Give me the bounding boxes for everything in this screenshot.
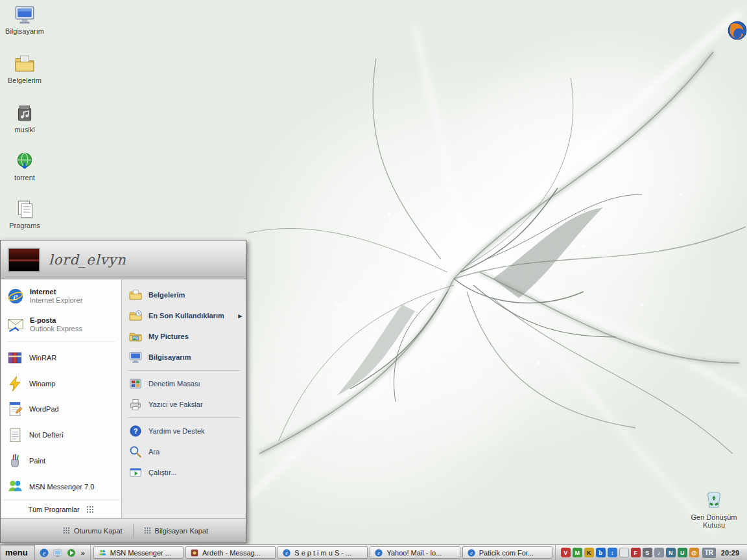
menu-item-my-pictures[interactable]: My Pictures [122,326,246,347]
quick-launch: e » [35,545,91,560]
start-button[interactable]: menu [0,545,35,560]
menu-item-label: WordPad [29,405,59,413]
log-off-label: Oturumu Kapat [74,527,123,535]
menu-item-paint[interactable]: Paint [2,448,120,474]
menu-item-msn-messenger[interactable]: MSN Messenger 7.0 [2,474,120,500]
all-programs-label: Tüm Programlar [28,506,79,513]
svg-text:e: e [378,550,381,556]
menu-item-label: En Son Kullandıklarım [148,312,224,320]
display-settings-tray-icon[interactable] [619,548,629,557]
chevron-right-icon[interactable]: » [80,549,86,557]
shut-down-icon [144,527,151,534]
all-programs-button[interactable]: Tüm Programlar [2,500,120,518]
media-player-quicklaunch-icon[interactable] [66,548,77,558]
task-button-label: MSN Messenger ... [110,549,171,557]
menu-item-label: Winamp [29,380,55,388]
menu-item-label: Bilgisayarım [148,353,191,361]
show-desktop-icon[interactable] [53,548,63,558]
task-button-msn-messenger[interactable]: MSN Messenger ... [93,546,184,559]
menu-item-run[interactable]: Çalıştır... [122,462,246,483]
ie-quicklaunch-icon[interactable]: e [39,548,49,558]
svg-text:e: e [13,291,18,302]
music-folder-icon [14,102,36,124]
desktop-icon-torrent[interactable]: torrent [3,150,47,181]
desktop-icon-label: torrent [3,174,47,181]
menu-item-recent-documents[interactable]: En Son Kullandıklarım ▸ [122,305,246,326]
pictures-folder-icon [128,329,143,344]
desktop-icon-label: Bilgisayarım [3,27,47,35]
volume-tray-icon[interactable]: ♪ [654,548,664,557]
updown-arrows-tray-icon[interactable]: ↕ [608,548,617,557]
menu-item-sublabel: Outlook Express [30,325,82,332]
messenger-tray-icon[interactable]: M [573,548,582,557]
start-menu-right-pane: Belgelerim En Son Kullandıklarım ▸ [121,279,246,518]
task-button-yahoo-mail[interactable]: e Yahoo! Mail - lo... [370,546,460,559]
keyboard-tray-icon[interactable]: K [584,548,594,557]
desktop-icon-programs[interactable]: Programs [3,198,47,229]
antivirus-tray-icon[interactable]: V [561,548,571,557]
menu-item-email[interactable]: E-posta Outlook Express [2,310,120,339]
start-button-label: menu [5,548,28,557]
dots-grid-icon [86,506,94,513]
menu-item-wordpad[interactable]: WordPad [2,397,120,423]
language-indicator[interactable]: TR [702,548,716,558]
desktop: Bilgisayarım Belgelerim musiki torrent [0,0,747,560]
paint-icon [6,452,24,470]
task-button-paticik[interactable]: e Paticik.com For... [462,546,552,559]
menu-item-help-support[interactable]: ? Yardım ve Destek [122,421,246,441]
mail-notify-tray-icon[interactable]: @ [689,548,699,557]
my-computer-icon [14,4,36,26]
task-button-label: Yahoo! Mail - lo... [386,549,442,557]
menu-item-label: MSN Messenger 7.0 [29,483,94,491]
task-button-ardeth[interactable]: Ardeth - Messag... [185,546,276,559]
firewall-tray-icon[interactable]: F [631,548,641,557]
menu-item-winamp[interactable]: Winamp [2,371,120,397]
run-icon [128,465,143,480]
recent-documents-icon [128,309,143,323]
help-icon: ? [128,424,143,438]
ie-task-icon: e [467,548,476,557]
menu-item-printers-faxes[interactable]: Yazıcı ve Fakslar [122,394,246,415]
search-icon [128,445,143,459]
ie-task-icon: e [282,548,291,557]
desktop-icon-my-computer[interactable]: Bilgisayarım [3,4,47,35]
start-menu-footer: Oturumu Kapat Bilgisayarı Kapat [1,518,246,542]
desktop-icon-my-documents[interactable]: Belgelerim [3,53,47,84]
taskbar-clock[interactable]: 20:29 [721,549,739,557]
torrent-client-tray-icon[interactable]: b [596,548,606,557]
updater-tray-icon[interactable]: U [678,548,687,557]
desktop-icon-label: Geri Dönüşüm Kutusu [690,513,738,529]
winrar-icon [6,349,24,367]
task-button-septimus[interactable]: e S e p t i m u S - ... [278,546,368,559]
log-off-icon [63,527,70,534]
menu-separator [127,417,241,418]
msn-messenger-icon [6,478,24,496]
log-off-button[interactable]: Oturumu Kapat [63,527,123,535]
system-tray: V M K b ↕ F S ♪ N U @ TR 20:29 [555,545,747,560]
desktop-icon-musiki[interactable]: musiki [3,102,47,134]
outlook-express-icon [6,315,25,334]
firefox-icon [726,19,747,41]
footer-divider [133,524,134,538]
desktop-icon-firefox[interactable] [713,19,747,43]
notepad-icon [6,426,24,444]
msn-task-icon [98,548,107,557]
taskbar: menu e » MSN [0,544,747,560]
network-tray-icon[interactable]: N [666,548,676,557]
ardeth-task-icon [190,548,199,557]
menu-item-internet[interactable]: e Internet Internet Explorer [2,282,120,310]
menu-item-label: WinRAR [29,354,56,362]
menu-item-my-documents[interactable]: Belgelerim [122,285,246,305]
submenu-arrow-icon: ▸ [238,312,242,320]
task-buttons: MSN Messenger ... Ardeth - Messag... e S… [91,545,555,560]
menu-item-label: Yazıcı ve Fakslar [148,401,203,408]
menu-item-search[interactable]: Ara [122,441,246,462]
menu-item-winrar[interactable]: WinRAR [2,345,120,371]
shut-down-button[interactable]: Bilgisayarı Kapat [144,527,209,535]
scheduler-tray-icon[interactable]: S [643,548,652,557]
desktop-icon-recycle-bin[interactable]: Geri Dönüşüm Kutusu [690,489,738,529]
menu-item-notepad[interactable]: Not Defteri [2,422,120,448]
menu-item-my-computer[interactable]: Bilgisayarım [122,347,246,368]
menu-item-control-panel[interactable]: Denetim Masası [122,373,246,394]
menu-item-label: Denetim Masası [148,380,200,388]
